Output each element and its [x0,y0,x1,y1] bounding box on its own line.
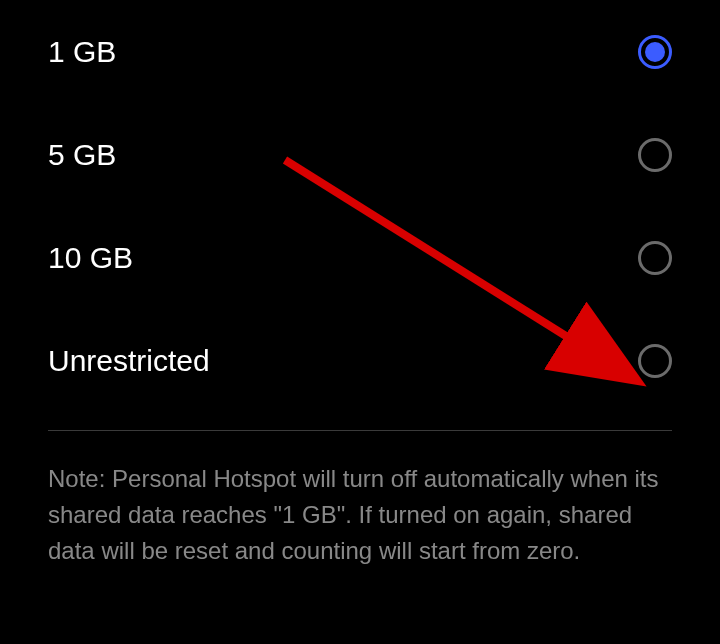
radio-unselected-icon [638,241,672,275]
data-limit-option-5gb[interactable]: 5 GB [0,103,720,206]
option-label: 10 GB [48,241,133,275]
note-text: Note: Personal Hotspot will turn off aut… [0,431,720,569]
radio-unselected-icon [638,344,672,378]
radio-unselected-icon [638,138,672,172]
option-label: 1 GB [48,35,116,69]
data-limit-option-1gb[interactable]: 1 GB [0,0,720,103]
option-label: 5 GB [48,138,116,172]
radio-selected-icon [638,35,672,69]
data-limit-option-unrestricted[interactable]: Unrestricted [0,309,720,412]
data-limit-option-10gb[interactable]: 10 GB [0,206,720,309]
option-label: Unrestricted [48,344,210,378]
